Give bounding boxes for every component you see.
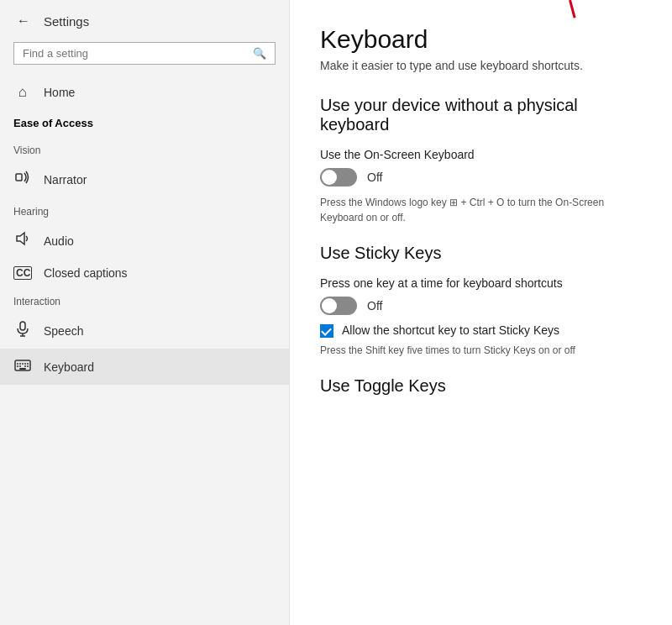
sidebar-item-narrator[interactable]: Narrator	[0, 161, 289, 197]
toggle-keys-heading: Use Toggle Keys	[320, 376, 642, 396]
on-screen-keyboard-hint: Press the Windows logo key ⊞ + Ctrl + O …	[320, 195, 642, 225]
sticky-keys-label: Press one key at a time for keyboard sho…	[320, 276, 642, 290]
search-icon: 🔍	[253, 47, 266, 60]
ease-of-access-label: Ease of Access	[0, 108, 289, 136]
sticky-keys-toggle[interactable]	[320, 297, 357, 315]
main-content: Keyboard Make it easier to type and use …	[290, 0, 672, 625]
sidebar-item-home[interactable]: ⌂ Home	[0, 76, 289, 108]
physical-keyboard-heading: Use your device without a physical keybo…	[320, 96, 642, 134]
page-title: Keyboard	[320, 25, 642, 54]
on-screen-keyboard-label: Use the On-Screen Keyboard	[320, 148, 642, 161]
sticky-keys-toggle-row: Off	[320, 297, 642, 315]
on-screen-keyboard-toggle-knob	[322, 170, 337, 185]
sticky-keys-hint: Press the Shift key five times to turn S…	[320, 343, 642, 358]
sidebar-item-closed-captions-label: Closed captions	[44, 266, 128, 280]
sidebar-item-audio[interactable]: Audio	[0, 223, 289, 259]
hearing-section-label: Hearing	[0, 197, 289, 223]
search-input[interactable]	[23, 47, 253, 60]
back-button[interactable]: ←	[13, 12, 34, 30]
on-screen-keyboard-toggle-row: Off	[320, 168, 642, 186]
sidebar-item-speech[interactable]: Speech	[0, 312, 289, 349]
sticky-keys-checkbox-label: Allow the shortcut key to start Sticky K…	[342, 323, 559, 337]
vision-section-label: Vision	[0, 136, 289, 161]
sticky-keys-toggle-state: Off	[367, 299, 382, 312]
audio-icon	[13, 230, 32, 251]
interaction-section-label: Interaction	[0, 287, 289, 312]
sidebar-item-keyboard[interactable]: Keyboard	[0, 349, 289, 385]
sidebar-item-closed-captions[interactable]: CC Closed captions	[0, 259, 289, 287]
sidebar-item-speech-label: Speech	[44, 324, 83, 338]
sidebar-item-keyboard-label: Keyboard	[44, 360, 94, 374]
closed-captions-icon: CC	[13, 266, 32, 280]
search-box[interactable]: 🔍	[13, 42, 276, 65]
sidebar-item-narrator-label: Narrator	[44, 173, 87, 186]
svg-marker-1	[17, 233, 24, 244]
page-subtitle: Make it easier to type and use keyboard …	[320, 59, 642, 72]
on-screen-keyboard-toggle-state: Off	[367, 171, 382, 184]
speech-icon	[13, 320, 32, 341]
sidebar-header: ← Settings	[0, 0, 289, 39]
sidebar-item-home-label: Home	[44, 86, 75, 99]
narrator-icon	[13, 169, 32, 190]
sidebar-title: Settings	[44, 14, 89, 29]
home-icon: ⌂	[13, 84, 32, 101]
sticky-keys-heading: Use Sticky Keys	[320, 244, 642, 263]
svg-rect-0	[16, 174, 22, 181]
sidebar-item-audio-label: Audio	[44, 234, 74, 248]
sticky-keys-checkbox[interactable]	[320, 324, 333, 338]
sidebar: ← Settings 🔍 ⌂ Home Ease of Access Visio…	[0, 0, 290, 625]
sticky-keys-checkbox-row: Allow the shortcut key to start Sticky K…	[320, 323, 642, 338]
keyboard-icon	[13, 356, 32, 377]
svg-rect-2	[20, 322, 25, 330]
on-screen-keyboard-toggle[interactable]	[320, 168, 357, 186]
sticky-keys-toggle-knob	[322, 298, 337, 313]
